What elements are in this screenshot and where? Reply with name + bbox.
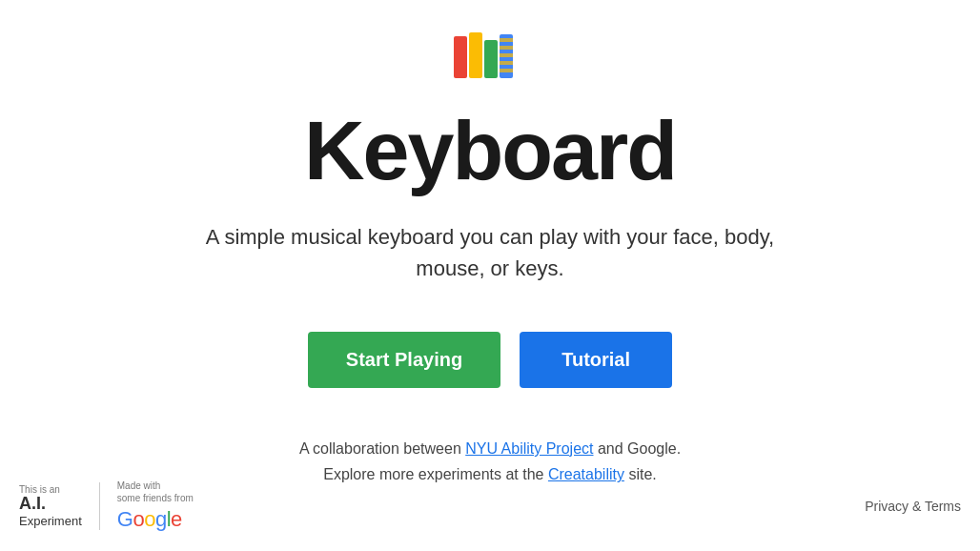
made-with-label: Made with [117,480,194,491]
svg-rect-7 [500,61,513,65]
svg-rect-2 [484,40,498,78]
ai-label: A.I. [19,495,82,514]
footer: This is an A.I. Experiment Made with som… [0,480,980,541]
ai-experiment-badge: This is an A.I. Experiment [19,484,82,528]
page-title: Keyboard [304,109,676,193]
start-playing-button[interactable]: Start Playing [308,332,500,388]
some-friends-label: some friends from [117,493,194,503]
svg-rect-8 [500,69,513,72]
nyu-link[interactable]: NYU Ability Project [465,440,593,457]
experiment-label: Experiment [19,514,82,528]
svg-rect-4 [500,38,513,42]
tutorial-button[interactable]: Tutorial [520,332,672,388]
privacy-terms-link[interactable]: Privacy & Terms [865,499,961,514]
action-buttons: Start Playing Tutorial [308,332,672,388]
svg-rect-0 [454,36,467,78]
svg-rect-6 [500,53,513,57]
footer-links: Privacy & Terms [865,499,961,514]
footer-divider [99,482,100,530]
collab-line1: A collaboration between NYU Ability Proj… [299,436,681,461]
footer-branding: This is an A.I. Experiment Made with som… [19,480,194,532]
made-with-google: Made with some friends from Google [117,480,194,532]
google-logo: Google [117,507,194,532]
svg-rect-1 [469,32,482,78]
app-logo [452,29,528,90]
svg-rect-5 [500,46,513,50]
subtitle-text: A simple musical keyboard you can play w… [206,221,774,284]
